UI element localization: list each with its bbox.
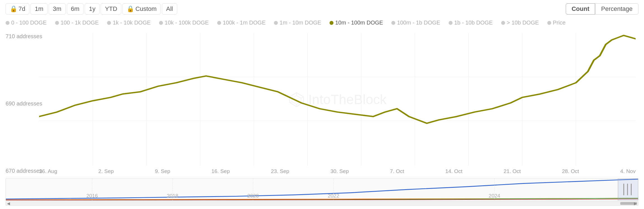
legend-label: 10k - 100k DOGE (165, 20, 209, 26)
mini-chart[interactable]: 2016 2018 2020 2022 2024 (6, 178, 638, 201)
legend-item[interactable]: 10m - 100m DOGE (330, 20, 383, 26)
scroll-right-arrow[interactable]: ▶ (634, 201, 637, 206)
legend-item[interactable]: > 10b DOGE (501, 20, 539, 26)
time-btn-7d[interactable]: 🔒 7d (6, 3, 29, 15)
legend-label: 100m - 1b DOGE (397, 20, 440, 26)
legend-dot (6, 21, 10, 25)
x-label-1: 2. Sep (98, 168, 114, 174)
legend-dot (55, 21, 59, 25)
view-count-button[interactable]: Count (566, 3, 595, 15)
chart-wrapper: 710 addresses 690 addresses 670 addresse… (6, 30, 638, 206)
x-axis: 26. Aug 2. Sep 9. Sep 16. Sep 23. Sep 30… (39, 166, 636, 177)
legend-label: > 10b DOGE (507, 20, 539, 26)
y-label-bot: 670 addresses (6, 168, 42, 174)
legend-item[interactable]: 100 - 1k DOGE (55, 20, 99, 26)
legend-label: 1b - 10b DOGE (454, 20, 493, 26)
lock-icon-7d: 🔒 (10, 5, 17, 13)
x-label-6: 7. Oct (390, 168, 404, 174)
time-btn-all[interactable]: All (162, 3, 177, 15)
legend-label: 1k - 10k DOGE (113, 20, 151, 26)
legend-item[interactable]: 100k - 1m DOGE (217, 20, 266, 26)
svg-text:2020: 2020 (247, 193, 259, 199)
time-btn-custom[interactable]: 🔒 Custom (122, 3, 161, 15)
legend-item[interactable]: 0 - 100 DOGE (6, 20, 47, 26)
legend-label: 10m - 100m DOGE (335, 20, 383, 26)
x-label-3: 16. Sep (211, 168, 230, 174)
y-label-top: 710 addresses (6, 33, 42, 40)
legend-label: 100 - 1k DOGE (61, 20, 99, 26)
x-label-4: 23. Sep (271, 168, 289, 174)
svg-text:2024: 2024 (489, 193, 500, 199)
chart-legend: 0 - 100 DOGE 100 - 1k DOGE 1k - 10k DOGE… (6, 17, 638, 28)
y-axis-labels: 710 addresses 690 addresses 670 addresse… (6, 30, 42, 177)
lock-icon-custom: 🔒 (127, 5, 134, 13)
legend-dot (449, 21, 453, 25)
legend-item[interactable]: 100m - 1b DOGE (391, 20, 440, 26)
x-label-9: 28. Oct (562, 168, 579, 174)
legend-dot (107, 21, 111, 25)
x-label-0: 26. Aug (39, 168, 57, 174)
legend-dot (217, 21, 221, 25)
legend-dot (547, 21, 551, 25)
main-container: 🔒 7d 1m 3m 6m 1y YTD 🔒 Custom All Count … (0, 0, 644, 209)
legend-dot (501, 21, 505, 25)
legend-label: 0 - 100 DOGE (11, 20, 47, 26)
x-label-10: 4. Nov (620, 168, 636, 174)
legend-item[interactable]: 1m - 10m DOGE (274, 20, 321, 26)
legend-dot (274, 21, 278, 25)
x-label-2: 9. Sep (155, 168, 170, 174)
svg-text:2016: 2016 (86, 193, 98, 199)
legend-item[interactable]: 10k - 100k DOGE (159, 20, 209, 26)
legend-label: 100k - 1m DOGE (223, 20, 266, 26)
legend-dot (330, 21, 333, 25)
legend-item[interactable]: 1b - 10b DOGE (449, 20, 493, 26)
svg-rect-30 (618, 179, 638, 200)
chart-plot-area: IntoTheBlock (39, 33, 636, 166)
legend-dot (159, 21, 163, 25)
x-label-8: 21. Oct (504, 168, 521, 174)
legend-item[interactable]: Price (547, 20, 566, 26)
legend-label: Price (553, 20, 566, 26)
time-btn-1m[interactable]: 1m (30, 3, 48, 15)
time-btn-3m[interactable]: 3m (49, 3, 66, 15)
time-btn-1y[interactable]: 1y (85, 3, 100, 15)
scroll-left-arrow[interactable]: ◀ (7, 201, 10, 206)
legend-item[interactable]: 1k - 10k DOGE (107, 20, 151, 26)
view-percentage-button[interactable]: Percentage (595, 3, 638, 15)
x-label-7: 14. Oct (445, 168, 462, 174)
horizontal-scrollbar[interactable]: ◀ ▶ (6, 201, 638, 206)
x-label-5: 30. Sep (330, 168, 349, 174)
time-btn-ytd[interactable]: YTD (101, 3, 121, 15)
svg-text:2018: 2018 (167, 193, 178, 199)
svg-text:2022: 2022 (328, 193, 339, 199)
time-btn-6m[interactable]: 6m (67, 3, 84, 15)
legend-dot (391, 21, 395, 25)
toolbar: 🔒 7d 1m 3m 6m 1y YTD 🔒 Custom All Count … (6, 3, 638, 15)
y-label-mid: 690 addresses (6, 100, 42, 107)
main-chart: 710 addresses 690 addresses 670 addresse… (6, 30, 638, 177)
time-range-buttons: 🔒 7d 1m 3m 6m 1y YTD 🔒 Custom All (6, 3, 177, 15)
legend-label: 1m - 10m DOGE (280, 20, 321, 26)
view-toggle: Count Percentage (566, 3, 638, 15)
